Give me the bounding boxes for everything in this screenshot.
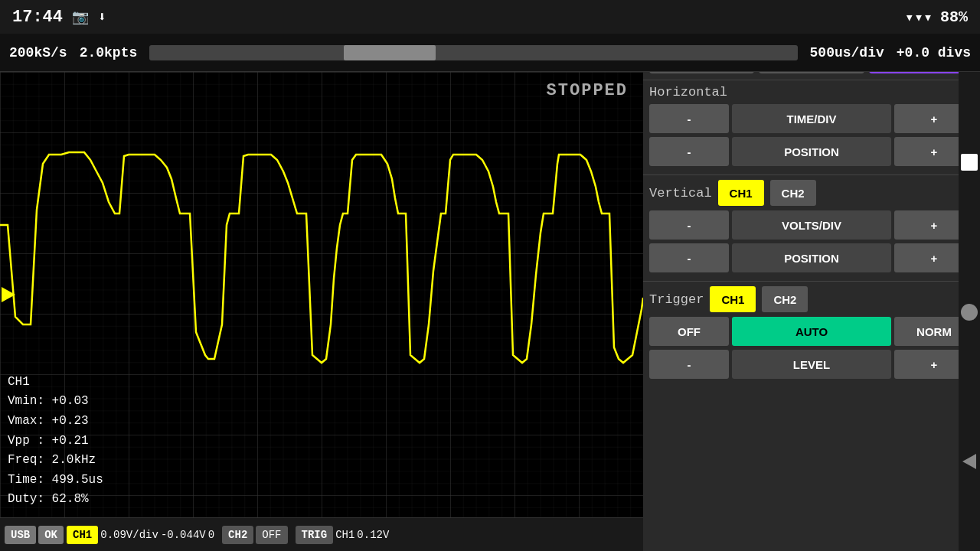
stopped-label: STOPPED [547,81,628,100]
white-square-button[interactable] [961,154,978,171]
trigger-ch1-button[interactable]: CH1 [710,286,756,312]
trigger-level-button[interactable]: LEVEL [732,350,891,379]
usb-badge: USB [5,526,36,544]
sample-rate: 200kS/s [9,45,67,60]
ch2-badge[interactable]: CH2 [222,526,253,544]
v-position-row: - POSITION + [649,243,974,272]
slider-thumb[interactable] [344,45,436,60]
ch1-badge[interactable]: CH1 [67,526,98,544]
vpp-value: Vpp : +0.21 [8,432,103,452]
ch1-zero: 0 [208,529,214,541]
freq-value: Freq: 2.0kHz [8,451,103,471]
time-div-minus-button[interactable]: - [649,104,729,133]
position-slider[interactable] [149,45,797,60]
trigger-off-button[interactable]: OFF [649,317,729,346]
wifi-icon: ▾▾▾ [905,8,933,27]
ch1-volts-div: 0.09V/div [100,529,158,541]
measurement-stats: CH1 Vmin: +0.03 Vmax: +0.23 Vpp : +0.21 … [8,373,103,510]
status-bar: 17:44 📷 ⬇ ▾▾▾ 88% [0,0,980,34]
time-div-button[interactable]: TIME/DIV [732,104,891,133]
right-control-panel: RUN SINGLE MENU >> Horizontal - TIME/DIV… [643,34,980,551]
time-per-div: 500us/div [810,45,884,60]
left-arrow-button[interactable] [962,454,976,469]
vmax-value: Vmax: +0.23 [8,412,103,432]
toolbar: 200kS/s 2.0kpts 500us/div +0.0 divs [0,34,980,72]
ch1-offset-val: -0.044V [161,529,206,541]
v-position-minus-button[interactable]: - [649,243,729,272]
vertical-title: Vertical [649,186,712,201]
trig-badge: TRIG [296,526,334,544]
memory-depth: 2.0kpts [80,45,138,60]
screenshot-icon: 📷 [72,8,89,25]
trigger-ch2-button[interactable]: CH2 [762,286,808,312]
trigger-level-row: - LEVEL + [649,350,974,379]
volts-div-button[interactable]: VOLTS/DIV [732,210,891,240]
trigger-auto-button[interactable]: AUTO [732,317,891,346]
trigger-section: Trigger CH1 CH2 OFF AUTO NORM - LEVEL + [643,281,980,387]
h-position-minus-button[interactable]: - [649,137,729,166]
horizontal-title: Horizontal [649,85,974,99]
volts-div-minus-button[interactable]: - [649,210,729,240]
time-value: Time: 499.5us [8,471,103,491]
ch2-off: OFF [256,526,287,544]
vertical-ch2-button[interactable]: CH2 [770,180,816,206]
position-slider-container[interactable] [149,45,797,60]
h-position-button[interactable]: POSITION [732,137,891,166]
right-edge-controls [959,72,980,551]
duty-value: Duty: 62.8% [8,490,103,510]
trig-level: 0.12V [357,529,389,541]
status-time: 17:44 [12,8,63,27]
trig-channel: CH1 [335,529,354,541]
horizontal-section: Horizontal - TIME/DIV + - POSITION + [643,80,980,174]
h-position-row: - POSITION + [649,137,974,166]
trigger-level-marker [2,287,15,302]
trigger-mode-row: OFF AUTO NORM [649,317,974,346]
circle-button[interactable] [961,304,978,321]
download-icon: ⬇ [98,8,106,25]
time-div-row: - TIME/DIV + [649,104,974,133]
trigger-level-minus-button[interactable]: - [649,350,729,379]
vmin-value: Vmin: +0.03 [8,392,103,412]
oscilloscope-display: STOPPED CH1 Vmin: +0.03 Vmax: +0.23 Vpp … [0,72,643,517]
v-position-button[interactable]: POSITION [732,243,891,272]
position-offset: +0.0 divs [897,45,971,60]
vertical-ch1-button[interactable]: CH1 [718,180,764,206]
ok-badge: OK [38,526,64,544]
vertical-section: Vertical CH1 CH2 - VOLTS/DIV + - POSITIO… [643,174,980,281]
channel-label: CH1 [8,373,103,393]
bottom-status-bar: USB OK CH1 0.09V/div -0.044V 0 CH2 OFF T… [0,517,643,551]
battery-percent: 88% [940,8,968,26]
volts-div-row: - VOLTS/DIV + [649,210,974,240]
trigger-title: Trigger [649,292,704,307]
